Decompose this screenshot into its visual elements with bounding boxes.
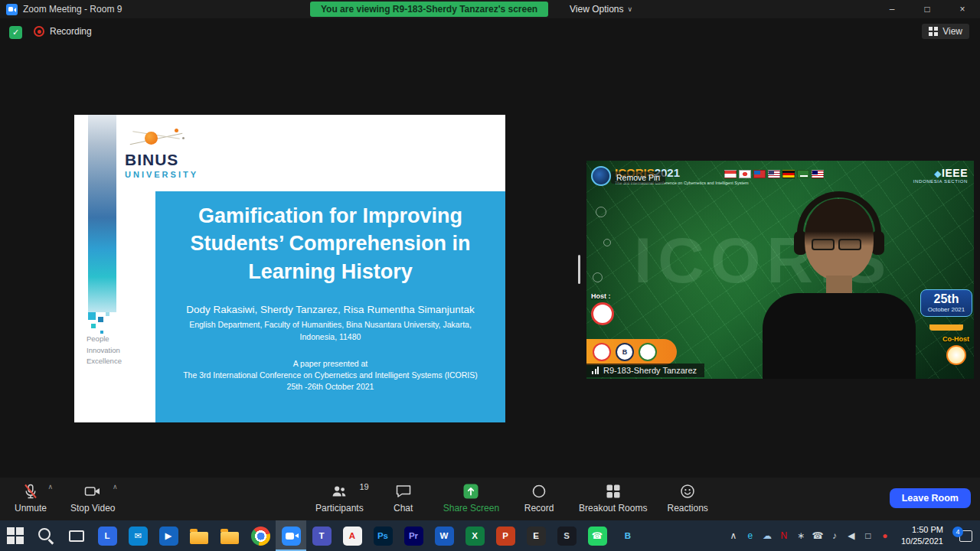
view-options-button[interactable]: View Options ∨ xyxy=(570,0,632,18)
chevron-down-icon: ∨ xyxy=(627,5,632,13)
decor-square xyxy=(106,312,109,316)
window-controls: – □ × xyxy=(874,0,980,18)
edge-tray-icon[interactable]: e xyxy=(742,520,759,551)
phone-tray-icon[interactable]: ☎ xyxy=(809,520,826,551)
documents-folder-taskbar-button[interactable] xyxy=(214,520,245,551)
stop-video-label: Stop Video xyxy=(70,503,116,514)
affiliation-line: English Department, Faculty of Humanitie… xyxy=(168,319,493,331)
ieee-section-label: INDONESIA SECTION xyxy=(913,179,968,184)
breakout-rooms-icon xyxy=(604,481,622,501)
video-options-chevron[interactable]: ∧ xyxy=(113,483,118,491)
mic-options-chevron[interactable]: ∧ xyxy=(47,483,53,491)
breakout-rooms-button[interactable]: Breakout Rooms xyxy=(579,481,647,514)
remove-pin-button[interactable]: Remove Pin xyxy=(611,171,665,184)
slide-conference: The 3rd International Conference on Cybe… xyxy=(168,370,493,380)
settings-tray-icon[interactable]: ∗ xyxy=(792,520,809,551)
bluetooth-taskbar-button[interactable]: B xyxy=(612,520,643,551)
zoom-app-icon xyxy=(6,4,18,15)
host-badge: Host : xyxy=(591,292,614,325)
search-icon xyxy=(38,528,51,540)
participants-label: Participants xyxy=(315,503,364,514)
view-button[interactable]: View xyxy=(922,24,969,39)
steam-taskbar-button[interactable]: S xyxy=(551,520,582,551)
word-icon: W xyxy=(435,527,454,546)
mail-app-taskbar-button[interactable]: ✉ xyxy=(122,520,153,551)
reactions-button[interactable]: Reactions xyxy=(667,481,707,514)
panel-resize-handle[interactable] xyxy=(578,255,580,284)
diamond-icon: ◆ xyxy=(934,168,942,179)
chat-button[interactable]: Chat xyxy=(384,481,423,514)
security-shield-icon[interactable]: ✓ xyxy=(9,26,22,39)
university-wordmark: UNIVERSITY xyxy=(125,170,198,179)
taskbar-apps: L✉▶TAPsPrWXPES☎B xyxy=(0,520,643,551)
record-button[interactable]: Record xyxy=(519,481,559,514)
premiere-icon: Pr xyxy=(404,527,423,546)
whatsapp-taskbar-button[interactable]: ☎ xyxy=(582,520,612,551)
action-center-button[interactable]: 4 xyxy=(951,520,980,551)
record-dot-icon xyxy=(34,26,44,37)
zoom-taskbar-button[interactable] xyxy=(276,520,306,551)
slide-dates: 25th -26th October 2021 xyxy=(168,382,493,391)
display-tray-icon[interactable]: □ xyxy=(860,520,877,551)
mic-muted-icon xyxy=(21,481,40,501)
acrobat-taskbar-button[interactable]: A xyxy=(337,520,368,551)
participant-body xyxy=(763,293,916,379)
breakout-rooms-label: Breakout Rooms xyxy=(579,503,647,514)
chrome-icon xyxy=(251,527,270,546)
unmute-button[interactable]: ∧ Unmute xyxy=(11,481,51,514)
close-button[interactable]: × xyxy=(945,0,980,18)
volume-tray-icon[interactable]: ◀ xyxy=(843,520,860,551)
line-app-taskbar-button[interactable]: L xyxy=(92,520,122,551)
powerpoint-taskbar-button[interactable]: P xyxy=(490,520,521,551)
participants-button[interactable]: 19 Participants xyxy=(315,481,364,514)
slide-presented-at: A paper presented at xyxy=(168,359,493,368)
movies-app-taskbar-button[interactable]: ▶ xyxy=(153,520,184,551)
binus-logo-icon xyxy=(132,129,186,149)
file-explorer-icon xyxy=(190,532,208,544)
taskbar-tray: ∧e☁N∗☎♪◀□● xyxy=(725,520,893,551)
binus-logo-icon: B xyxy=(616,343,634,361)
audio-tray-icon[interactable]: ♪ xyxy=(826,520,843,551)
grid-icon xyxy=(929,27,938,36)
participants-count: 19 xyxy=(359,482,368,491)
epic-games-taskbar-button[interactable]: E xyxy=(521,520,551,551)
participant-name: R9-183-Sherdy Tanzarez xyxy=(603,366,697,375)
decor-square xyxy=(88,312,96,320)
onedrive-tray-icon[interactable]: ☁ xyxy=(759,520,776,551)
recording-tray-icon[interactable]: ● xyxy=(877,520,893,551)
share-screen-button[interactable]: Share Screen xyxy=(443,481,499,514)
photoshop-taskbar-button[interactable]: Ps xyxy=(368,520,398,551)
glasses-icon xyxy=(812,239,861,250)
start-taskbar-button[interactable] xyxy=(0,520,31,551)
signal-bars-icon xyxy=(592,367,599,374)
tray-expand-icon[interactable]: ∧ xyxy=(725,520,742,551)
pinned-video-tile[interactable]: ICORIS ICORIS2021 The 3rd International … xyxy=(586,161,974,379)
app-title-area: Zoom Meeting - Room 9 xyxy=(6,0,122,18)
minimize-button[interactable]: – xyxy=(874,0,910,18)
search-taskbar-button[interactable] xyxy=(31,520,61,551)
photoshop-icon: Ps xyxy=(374,527,393,546)
slide-affiliation: English Department, Faculty of Humanitie… xyxy=(168,319,493,344)
clock-date: 10/25/2021 xyxy=(901,536,943,547)
powerpoint-icon: P xyxy=(496,527,515,546)
windows-taskbar: L✉▶TAPsPrWXPES☎B ∧e☁N∗☎♪◀□● 1:50 PM 10/2… xyxy=(0,520,980,551)
excel-taskbar-button[interactable]: X xyxy=(459,520,490,551)
decor-square xyxy=(91,324,96,328)
word-taskbar-button[interactable]: W xyxy=(429,520,459,551)
premiere-taskbar-button[interactable]: Pr xyxy=(398,520,429,551)
task-view-taskbar-button[interactable] xyxy=(61,520,92,551)
leave-room-button[interactable]: Leave Room xyxy=(890,488,971,508)
taskbar-clock[interactable]: 1:50 PM 10/25/2021 xyxy=(893,524,951,547)
flag-saudi-arabia-icon xyxy=(797,170,809,178)
chat-label: Chat xyxy=(394,503,413,514)
chrome-taskbar-button[interactable] xyxy=(245,520,276,551)
file-explorer-taskbar-button[interactable] xyxy=(184,520,214,551)
netflix-tray-icon[interactable]: N xyxy=(776,520,792,551)
start-icon xyxy=(7,527,24,544)
maximize-button[interactable]: □ xyxy=(910,0,945,18)
teams-taskbar-button[interactable]: T xyxy=(306,520,337,551)
stop-video-button[interactable]: ∧ Stop Video xyxy=(70,481,116,514)
flag-germany-icon xyxy=(782,170,795,178)
title-bar: Zoom Meeting - Room 9 You are viewing R9… xyxy=(0,0,980,18)
flag-indonesia-icon xyxy=(724,170,737,178)
